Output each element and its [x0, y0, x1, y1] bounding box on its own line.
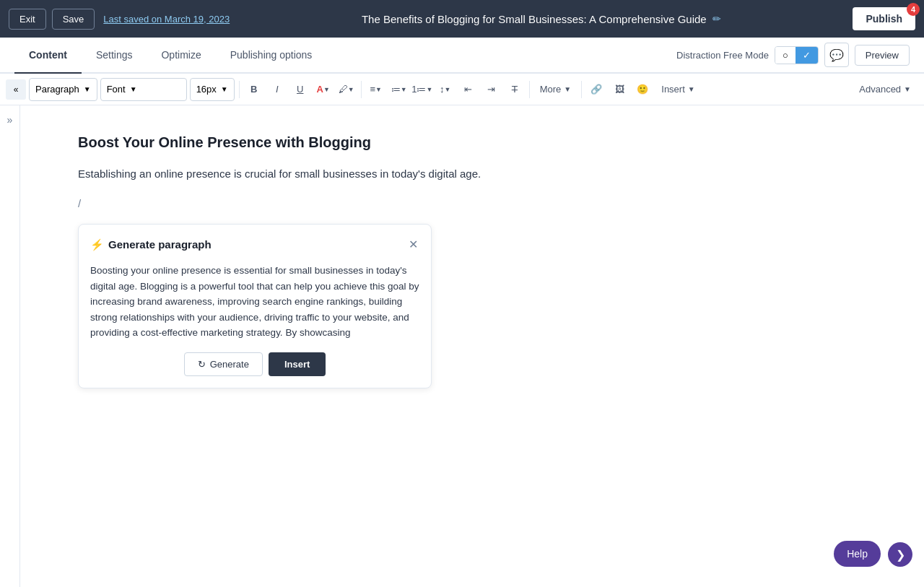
link-button[interactable]: 🔗 [586, 79, 606, 100]
align-icon: ≡ [370, 84, 375, 95]
lightning-icon: ⚡ [90, 238, 104, 251]
emoji-icon: 🙂 [637, 84, 648, 95]
generate-panel-header: ⚡ Generate paragraph ✕ [90, 236, 419, 253]
highlight-icon: 🖊 [339, 84, 348, 95]
chat-icon: 💬 [829, 48, 844, 62]
paragraph-select[interactable]: Paragraph ▼ [29, 78, 97, 101]
more-chevron-icon: ▼ [564, 85, 571, 93]
ordered-list-button[interactable]: 1≔ ▼ [412, 79, 432, 100]
highlight-button[interactable]: 🖊 ▼ [336, 79, 357, 100]
document-paragraph: Establishing an online presence is cruci… [78, 165, 866, 183]
ordered-list-icon: 1≔ [411, 84, 426, 95]
regenerate-button[interactable]: ↻ Generate [184, 352, 263, 376]
generate-panel-title: ⚡ Generate paragraph [90, 238, 212, 251]
lh-chevron-icon: ▼ [445, 86, 451, 93]
text-color-chevron-icon: ▼ [323, 86, 330, 93]
unordered-list-icon: ≔ [391, 84, 401, 95]
exit-button[interactable]: Exit [9, 9, 46, 30]
generate-title-text: Generate paragraph [108, 238, 212, 251]
collapse-icon: » [7, 114, 13, 126]
align-button[interactable]: ≡ ▼ [366, 79, 386, 100]
font-label: Font [107, 84, 126, 95]
link-icon: 🔗 [590, 84, 602, 95]
unordered-list-button[interactable]: ≔ ▼ [389, 79, 409, 100]
more-label: More [540, 84, 562, 95]
insert-generated-button[interactable]: Insert [269, 352, 326, 376]
insert-label: Insert [661, 84, 685, 95]
ul-chevron-icon: ▼ [401, 86, 407, 93]
indent-increase-button[interactable]: ⇥ [481, 79, 502, 100]
refresh-icon: ↻ [198, 359, 206, 370]
separator-4 [581, 81, 582, 98]
paragraph-label: Paragraph [35, 84, 79, 95]
toolbar: « Paragraph ▼ Font ▼ 16px ▼ B I U A ▼ 🖊 … [0, 74, 924, 105]
font-select[interactable]: Font ▼ [100, 78, 187, 101]
distraction-free-label: Distraction Free Mode [676, 50, 769, 61]
top-bar: Exit Save Last saved on March 19, 2023 T… [0, 0, 924, 38]
regenerate-label: Generate [210, 359, 249, 370]
sidebar-collapse-button[interactable]: » [0, 105, 20, 587]
text-color-button[interactable]: A ▼ [313, 79, 334, 100]
collapse-sidebar-button[interactable]: « [6, 79, 26, 100]
image-icon: 🖼 [615, 84, 624, 95]
font-size-select[interactable]: 16px ▼ [190, 78, 235, 101]
last-saved-label[interactable]: Last saved on March 19, 2023 [103, 14, 230, 25]
paragraph-chevron-icon: ▼ [84, 85, 91, 93]
remove-format-button[interactable]: T̶ [505, 79, 525, 100]
indent-increase-icon: ⇥ [487, 84, 495, 95]
chevron-right-icon: ❯ [896, 548, 905, 562]
generated-text: Boosting your online presence is essenti… [90, 263, 419, 341]
page-title: The Benefits of Blogging for Small Busin… [235, 13, 847, 25]
insert-button[interactable]: Insert ▼ [655, 81, 700, 97]
text-color-icon: A [317, 84, 323, 95]
preview-button[interactable]: Preview [855, 45, 910, 66]
indent-decrease-button[interactable]: ⇤ [458, 79, 479, 100]
emoji-button[interactable]: 🙂 [632, 79, 653, 100]
distraction-free-section: Distraction Free Mode ○ ✓ 💬 Preview [676, 43, 910, 67]
bold-button[interactable]: B [244, 79, 264, 100]
ol-chevron-icon: ▼ [426, 86, 432, 93]
separator-1 [239, 81, 240, 98]
advanced-button[interactable]: Advanced ▼ [852, 81, 918, 97]
generate-panel-actions: ↻ Generate Insert [90, 352, 419, 376]
publish-button[interactable]: Publish 4 [853, 7, 915, 30]
tab-content[interactable]: Content [14, 38, 82, 74]
page-title-text: The Benefits of Blogging for Small Busin… [362, 13, 707, 25]
separator-2 [361, 81, 362, 98]
nav-tabs: Content Settings Optimize Publishing opt… [0, 38, 924, 74]
tab-publishing-options[interactable]: Publishing options [216, 38, 327, 74]
expand-help-button[interactable]: ❯ [888, 542, 912, 567]
more-button[interactable]: More ▼ [534, 81, 578, 97]
chat-button[interactable]: 💬 [824, 43, 849, 67]
chevron-left-icon: « [14, 84, 19, 95]
distraction-free-toggle[interactable]: ○ ✓ [775, 46, 819, 64]
font-chevron-icon: ▼ [130, 85, 137, 93]
tab-settings[interactable]: Settings [82, 38, 147, 74]
help-button[interactable]: Help [834, 541, 881, 567]
insert-chevron-icon: ▼ [688, 85, 695, 93]
edit-icon[interactable]: ✏ [712, 13, 721, 25]
underline-button[interactable]: U [290, 79, 310, 100]
font-size-chevron-icon: ▼ [221, 85, 228, 93]
image-button[interactable]: 🖼 [609, 79, 629, 100]
align-chevron-icon: ▼ [375, 86, 382, 93]
remove-format-icon: T̶ [512, 84, 518, 95]
font-size-label: 16px [196, 84, 217, 95]
separator-3 [529, 81, 530, 98]
generate-paragraph-panel: ⚡ Generate paragraph ✕ Boosting your onl… [78, 224, 432, 388]
highlight-chevron-icon: ▼ [348, 86, 354, 93]
publish-badge: 4 [907, 3, 920, 16]
italic-button[interactable]: I [267, 79, 287, 100]
toggle-on-btn[interactable]: ✓ [796, 47, 818, 64]
advanced-label: Advanced [859, 84, 901, 95]
slash-command: / [78, 197, 866, 209]
save-button[interactable]: Save [52, 9, 95, 30]
close-panel-button[interactable]: ✕ [407, 236, 419, 253]
advanced-chevron-icon: ▼ [904, 85, 911, 93]
indent-decrease-icon: ⇤ [464, 84, 472, 95]
document-heading: Boost Your Online Presence with Blogging [78, 134, 866, 151]
line-height-button[interactable]: ↕ ▼ [435, 79, 456, 100]
toggle-off-btn[interactable]: ○ [775, 47, 796, 64]
editor-content[interactable]: Boost Your Online Presence with Blogging… [20, 105, 924, 587]
tab-optimize[interactable]: Optimize [147, 38, 215, 74]
